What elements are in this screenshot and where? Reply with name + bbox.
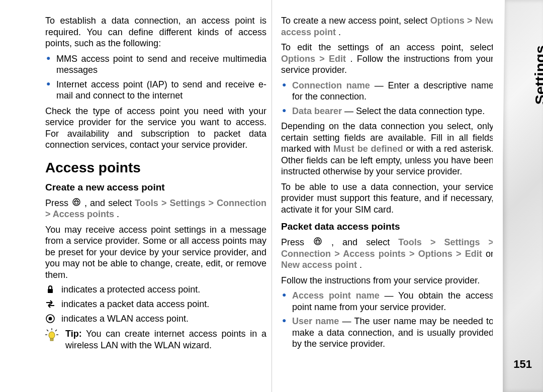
nav-tools: Tools [135,198,158,208]
nav-sep: > [409,249,418,259]
side-tab: Settings 151 [503,0,543,392]
nav-access-points: Access points [343,249,405,259]
text: You can create internet access points in… [65,329,266,350]
text: . [338,27,341,37]
follow-instructions-paragraph: Follow the instructions from your servic… [281,275,494,286]
icon-description: indicates a packet data access point. [61,299,209,310]
nav-options: Options [281,54,315,64]
field-name: Access point name [292,290,380,301]
nav-options: Options [418,249,452,259]
sim-paragraph: To be able to use a data connection, you… [281,181,494,216]
nav-settings: Settings [444,237,480,247]
preset-paragraph: You may receive access point settings in… [45,224,266,281]
tab-label: Settings [532,45,543,105]
nav-connection: Connection [217,198,266,208]
nav-access-points: Access points [53,209,114,219]
nav-sep: > [456,249,465,259]
nav-tools: Tools [398,237,422,247]
must-be-defined-label: Must be defined [333,144,403,154]
svg-line-6 [47,330,48,331]
subsection-heading: Create a new access point [45,182,266,193]
field-name: Data bearer [292,106,342,116]
protected-ap-line: indicates a protected access point. [45,284,266,295]
field-desc: — Select the data connection type. [342,106,485,116]
text: , and select [331,237,398,247]
nav-sep: > [208,198,217,208]
nav-edit: Edit [329,54,346,64]
nav-options: Options [430,16,465,26]
packet-ap-line: indicates a packet data access point. [45,299,266,310]
section-heading: Access points [45,160,266,176]
nav-connection: Connection [281,249,331,259]
list-item: Internet access point (IAP) to send and … [56,79,266,102]
tip-box: Tip: You can create internet access poin… [45,328,266,355]
intro-paragraph: To establish a data connection, an acces… [45,15,266,49]
field-name: User name [292,316,339,326]
wlan-ap-line: indicates a WLAN access point. [45,314,266,324]
home-key-icon [71,197,81,207]
provider-check-paragraph: Check the type of access point you need … [45,106,266,151]
access-point-types-list: MMS access point to send and receive mul… [45,53,266,102]
nav-edit: Edit [465,249,482,259]
nav-sep: > [161,198,170,208]
svg-rect-13 [316,241,319,243]
nav-sep: > [334,249,343,259]
text: Press [45,198,71,208]
tip-lightbulb-icon [45,328,58,343]
nav-path-paragraph: Press , and select Tools > Settings > Co… [45,197,266,220]
text: . [117,209,119,219]
text: To edit the settings of an access point,… [281,42,494,52]
packet-fields-list: Access point name — You obtain the acces… [281,290,494,350]
svg-rect-11 [50,338,53,341]
edit-ap-paragraph: To edit the settings of an access point,… [281,42,494,76]
text: , and select [84,198,135,208]
nav-sep: > [319,54,329,64]
left-column: To establish a data connection, an acces… [0,0,272,392]
svg-line-7 [55,330,57,331]
text: Press [281,237,313,247]
tip-text: Tip: You can create internet access poin… [65,328,266,351]
nav-new-access-point: New access point [281,260,357,270]
icon-description: indicates a protected access point. [61,284,200,295]
nav-sep: > [430,237,444,247]
fields-note-paragraph: Depending on the data connection you sel… [281,121,494,177]
nav-sep: > [467,16,475,26]
svg-rect-1 [75,202,78,204]
page: To establish a data connection, an acces… [0,0,503,392]
list-item: Data bearer — Select the data connection… [292,106,494,117]
wlan-icon [45,314,55,324]
list-item: User name — The user name may be needed … [292,316,494,350]
right-column: To create a new access point, select Opt… [272,0,503,392]
home-key-icon [313,236,323,246]
nav-sep: > [45,209,53,219]
svg-point-10 [49,332,55,339]
lock-icon [45,284,55,295]
text: or [486,249,494,259]
text: To create a new access point, select [281,16,430,26]
list-item: Connection name — Enter a descriptive na… [292,80,494,103]
icon-description: indicates a WLAN access point. [61,314,189,324]
list-item: MMS access point to send and receive mul… [56,53,266,76]
tip-label: Tip: [65,329,82,339]
text: . [359,260,362,270]
subsection-heading: Packet data access points [281,221,494,232]
svg-rect-2 [48,289,53,293]
ap-fields-list: Connection name — Enter a descriptive na… [281,80,494,117]
page-number: 151 [513,358,532,371]
svg-point-4 [49,317,52,321]
list-item: Access point name — You obtain the acces… [292,290,494,313]
packet-data-icon [45,299,55,309]
create-ap-paragraph: To create a new access point, select Opt… [281,15,494,38]
field-name: Connection name [292,80,370,90]
nav-settings: Settings [169,198,205,208]
nav-path-paragraph: Press , and select Tools > Settings > Co… [281,236,494,271]
